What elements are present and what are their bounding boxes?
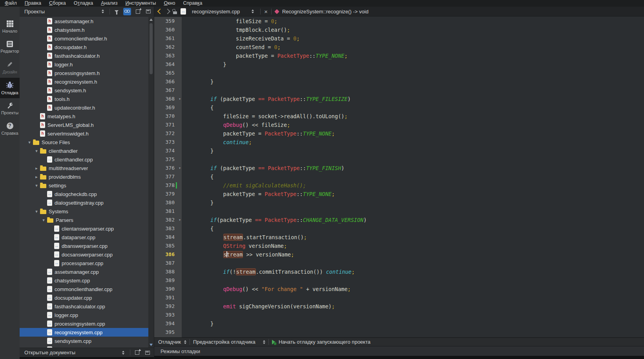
docs-split-button[interactable] [133,349,141,356]
tree-item[interactable]: ↔dbanswerparser.cpp [20,242,148,250]
line-number[interactable]: 369 [154,103,182,112]
fold-marker[interactable]: ▾ [179,216,181,224]
line-number[interactable]: 359 [154,17,182,26]
code-line[interactable]: 387 [154,259,644,267]
tree-item[interactable]: ↔processparser.cpp [20,259,148,267]
line-number[interactable]: 392 [154,302,182,311]
line-number[interactable]: 384 [154,233,182,242]
tree-item[interactable]: hsendsystem.h [20,86,148,95]
tree-item[interactable]: hcommonclienthandler.h [20,34,148,43]
navigate-forward-icon[interactable] [165,9,170,14]
code-line[interactable]: 381 [154,207,644,216]
updown-arrows-icon[interactable] [184,340,186,344]
code-line[interactable]: 373 continue; [154,138,644,147]
document-selector-combo[interactable] [249,8,257,15]
tree-item[interactable]: hserverlmswidget.h [20,129,148,138]
mode-welcome[interactable]: Начало [0,16,20,37]
code-line[interactable]: 360 tmpBlock.clear(); [154,26,644,34]
docs-close-button[interactable] [144,349,151,356]
tree-item[interactable]: ▾Systems [20,207,148,216]
code-line[interactable]: 385 QString versionName; [154,242,644,250]
close-panel-button[interactable] [144,8,152,15]
menu-item[interactable]: Сборка [45,0,70,7]
code-line[interactable]: 382▾ if(packetType == PacketType::CHANGE… [154,216,644,224]
line-number[interactable]: 368▾ [154,95,182,103]
line-number[interactable]: 363 [154,51,182,60]
code-line[interactable]: 379 packetType = PacketType::TYPE_NONE; [154,190,644,198]
panel-selector-combo[interactable] [99,8,107,15]
tree-item[interactable]: hmetatypes.h [20,112,148,121]
line-number[interactable]: 378 [154,181,182,190]
code-line[interactable]: 390 qDebug() << "For change " + versionN… [154,285,644,293]
menu-item[interactable]: Правка [21,0,45,7]
tree-item[interactable]: ↔docsupdater.cpp [20,293,148,302]
tree-item[interactable]: ↔docsanswerparser.cpp [20,250,148,259]
tree-item[interactable]: hupdatecontroller.h [20,103,148,112]
docs-selector-combo[interactable] [119,349,127,356]
code-line[interactable]: 377 { [154,172,644,181]
code-line[interactable]: 364 } [154,60,644,69]
current-symbol-combo[interactable]: RecognizeSystem::recognize() -> void [282,9,369,15]
tree-expand-arrow[interactable]: ▾ [40,218,47,223]
tree-item[interactable]: ▾settings [20,181,148,190]
tree-item[interactable]: hdocsupdater.h [20,43,148,51]
tree-item[interactable]: ↔logger.cpp [20,311,148,319]
code-line[interactable]: 383 { [154,224,644,233]
line-number[interactable]: 375 [154,155,182,164]
line-number[interactable]: 393 [154,311,182,319]
code-line[interactable]: 371 qDebug() << fileSize; [154,121,644,129]
tree-item[interactable]: hlogger.h [20,60,148,69]
fold-marker[interactable]: ▾ [179,164,181,172]
code-line[interactable]: 366 } [154,77,644,86]
code-line[interactable]: 380 } [154,198,644,207]
navigate-back-icon[interactable] [157,9,163,14]
code-line[interactable]: 378 //emit sigCalculateHash(); [154,181,644,190]
sync-with-editor-button[interactable] [123,8,131,15]
scroll-down-icon[interactable] [150,344,153,346]
debug-modes-label[interactable]: Режимы отладки [161,348,200,354]
line-number[interactable]: 370 [154,112,182,121]
tree-expand-arrow[interactable]: ▸ [33,174,40,180]
tree-item[interactable]: htools.h [20,95,148,103]
tree-item[interactable]: ↔dataparser.cpp [20,233,148,242]
line-number[interactable]: 379 [154,190,182,198]
line-number[interactable]: 373 [154,138,182,147]
start-debugging-icon[interactable] [272,340,275,344]
menu-item[interactable]: Файл [1,0,21,7]
line-number[interactable]: 381 [154,207,182,216]
line-number[interactable]: 366 [154,77,182,86]
mode-help[interactable]: ? Справка [0,119,20,139]
menu-item[interactable]: Отладка [70,0,97,7]
tree-item[interactable]: ↔assetsmanager.cpp [20,267,148,276]
line-number[interactable]: 385 [154,242,182,250]
code-line[interactable]: 394 } [154,319,644,328]
line-number[interactable]: 395 [154,328,182,337]
line-number[interactable]: 364 [154,60,182,69]
fold-marker[interactable]: ▾ [179,95,181,103]
line-number[interactable]: 388 [154,267,182,276]
line-number[interactable]: 391 [154,293,182,302]
mode-debug[interactable]: Отладка [0,78,20,98]
code-line[interactable]: 392 emit sigChangeVersion(versionName); [154,302,644,311]
code-line[interactable]: 363 packetType = PacketType::TYPE_NONE; [154,51,644,60]
tree-item[interactable]: ↔clientanswerparser.cpp [20,224,148,233]
code-editor[interactable]: 359 fileSize = 0;360 tmpBlock.clear();36… [154,17,644,337]
tree-expand-arrow[interactable]: ▾ [26,140,33,145]
split-panel-button[interactable] [134,8,142,15]
line-number[interactable]: 387 [154,259,182,267]
code-line[interactable]: 369 { [154,103,644,112]
code-line[interactable]: 395 [154,328,644,337]
debugger-perspective-label[interactable]: Отладчик [158,339,181,345]
line-number[interactable]: 376▾ [154,164,182,172]
code-line[interactable]: 384 stream.startTransaction(); [154,233,644,242]
scrollbar-handle[interactable] [150,23,153,74]
line-number[interactable]: 367 [154,86,182,95]
line-number[interactable]: 380 [154,198,182,207]
tree-item[interactable]: ↔sendsystem.cpp [20,337,148,345]
tree-item[interactable]: ▾Source Files [20,138,148,147]
tree-expand-arrow[interactable]: ▾ [33,148,40,154]
line-number[interactable]: 362 [154,43,182,51]
unlocked-icon[interactable] [173,11,177,14]
code-line[interactable]: 374 } [154,147,644,155]
updown-arrows-icon[interactable] [263,340,265,344]
